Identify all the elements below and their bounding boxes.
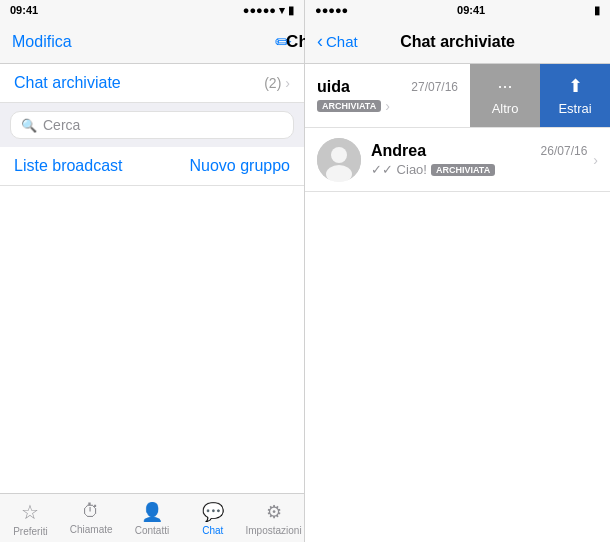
new-group-link[interactable]: Nuovo gruppo <box>189 157 290 175</box>
back-label: Chat <box>326 33 358 50</box>
tab-label-chiamate: Chiamate <box>70 524 113 535</box>
status-bar-right: ●●●●● 09:41 ▮ <box>305 0 610 20</box>
avatar-andrea <box>317 138 361 182</box>
tab-chiamate[interactable]: ⏱ Chiamate <box>61 501 122 535</box>
svg-point-1 <box>331 147 347 163</box>
chevron-uida: › <box>385 98 390 114</box>
tab-label-contatti: Contatti <box>135 525 169 536</box>
chat-name-uida: uida <box>317 78 350 96</box>
signal-icon: ●●●●● <box>243 4 276 16</box>
estrai-label: Estrai <box>558 101 591 116</box>
chat-date-andrea: 26/07/16 <box>541 144 588 158</box>
search-bar[interactable]: 🔍 Cerca <box>10 111 294 139</box>
archived-chat-list: uida 27/07/16 ARCHIVIATA › ··· Altro ⬆ <box>305 64 610 542</box>
nav-bar-left: Modifica Chat ✏ <box>0 20 304 64</box>
tab-contatti[interactable]: 👤 Contatti <box>122 501 183 536</box>
archived-label: Chat archiviate <box>14 74 121 92</box>
chat-msg-row-uida: ARCHIVIATA › <box>317 98 458 114</box>
time-left: 09:41 <box>10 4 38 16</box>
tab-label-preferiti: Preferiti <box>13 526 47 537</box>
tab-icon-chiamate: ⏱ <box>82 501 100 522</box>
signal-dots-right: ●●●●● <box>315 4 348 16</box>
tab-impostazioni[interactable]: ⚙ Impostazioni <box>243 501 304 536</box>
tab-label-chat: Chat <box>202 525 223 536</box>
tab-bar: ☆ Preferiti ⏱ Chiamate 👤 Contatti 💬 Chat… <box>0 493 304 542</box>
archived-count: (2) <box>264 75 281 91</box>
battery-right: ▮ <box>594 4 600 17</box>
chat-info-andrea: Andrea 26/07/16 ✓✓ Ciao! ARCHIVIATA <box>371 142 587 177</box>
chevron-andrea: › <box>593 152 598 168</box>
status-icons-left: ●●●●● ▾ ▮ <box>243 4 294 17</box>
badge-archiviata-uida: ARCHIVIATA <box>317 100 381 112</box>
tab-preferiti[interactable]: ☆ Preferiti <box>0 500 61 537</box>
tab-chat[interactable]: 💬 Chat <box>182 501 243 536</box>
tab-icon-impostazioni: ⚙ <box>266 501 282 523</box>
back-button[interactable]: ‹ Chat <box>317 31 358 52</box>
archived-row[interactable]: Chat archiviate (2) › <box>0 64 304 103</box>
time-right: 09:41 <box>457 4 485 16</box>
altro-label: Altro <box>492 101 519 116</box>
search-icon: 🔍 <box>21 118 37 133</box>
chat-name-andrea: Andrea <box>371 142 426 160</box>
right-panel: ●●●●● 09:41 ▮ ‹ Chat Chat archiviate uid… <box>305 0 610 542</box>
archived-right: (2) › <box>264 75 290 91</box>
table-row[interactable]: Andrea 26/07/16 ✓✓ Ciao! ARCHIVIATA › <box>305 128 610 192</box>
search-placeholder: Cerca <box>43 117 80 133</box>
swipe-actions-uida: ··· Altro ⬆ Estrai <box>470 64 610 127</box>
swipe-altro-button[interactable]: ··· Altro <box>470 64 540 127</box>
chat-info-uida: uida 27/07/16 ARCHIVIATA › <box>317 78 458 114</box>
badge-archiviata-andrea: ARCHIVIATA <box>431 164 495 176</box>
tab-label-impostazioni: Impostazioni <box>246 525 302 536</box>
bottom-links-row: Liste broadcast Nuovo gruppo <box>0 147 304 186</box>
chat-name-row-andrea: Andrea 26/07/16 <box>371 142 587 160</box>
tab-icon-contatti: 👤 <box>141 501 163 523</box>
estrai-icon: ⬆ <box>568 75 583 97</box>
chat-date-uida: 27/07/16 <box>411 80 458 94</box>
tab-icon-preferiti: ☆ <box>21 500 39 524</box>
left-panel: 09:41 ●●●●● ▾ ▮ Modifica Chat ✏ Chat arc… <box>0 0 305 542</box>
swipe-estrai-button[interactable]: ⬆ Estrai <box>540 64 610 127</box>
battery-icon: ▮ <box>288 4 294 17</box>
wifi-icon: ▾ <box>279 4 285 17</box>
back-chevron-icon: ‹ <box>317 31 323 52</box>
chat-msg-andrea: ✓✓ Ciao! <box>371 162 427 177</box>
table-row[interactable]: uida 27/07/16 ARCHIVIATA › ··· Altro ⬆ <box>305 64 610 128</box>
chat-item-uida[interactable]: uida 27/07/16 ARCHIVIATA › <box>305 64 470 127</box>
avatar-icon <box>317 138 361 182</box>
broadcast-link[interactable]: Liste broadcast <box>14 157 123 175</box>
edit-button[interactable]: Modifica <box>12 33 72 51</box>
tab-icon-chat: 💬 <box>202 501 224 523</box>
altro-icon: ··· <box>497 76 512 97</box>
status-bar-left: 09:41 ●●●●● ▾ ▮ <box>0 0 304 20</box>
content-spacer <box>0 186 304 493</box>
nav-bar-right: ‹ Chat Chat archiviate <box>305 20 610 64</box>
chat-name-row: uida 27/07/16 <box>317 78 458 96</box>
archived-chevron: › <box>285 75 290 91</box>
search-container: 🔍 Cerca <box>0 103 304 147</box>
chat-msg-row-andrea: ✓✓ Ciao! ARCHIVIATA <box>371 162 587 177</box>
